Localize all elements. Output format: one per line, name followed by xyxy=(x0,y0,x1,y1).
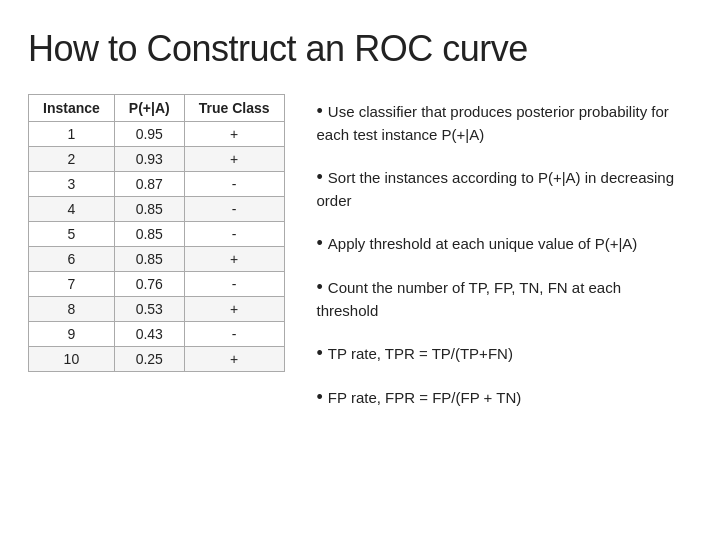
bullet-item-3: Count the number of TP, FP, TN, FN at ea… xyxy=(317,274,684,322)
table-cell-2-1: 0.87 xyxy=(114,172,184,197)
table-wrapper: Instance P(+|A) True Class 10.95+20.93+3… xyxy=(28,94,285,372)
table-row: 80.53+ xyxy=(29,297,285,322)
table-cell-8-0: 9 xyxy=(29,322,115,347)
table-row: 30.87- xyxy=(29,172,285,197)
table-cell-8-2: - xyxy=(184,322,284,347)
table-cell-9-1: 0.25 xyxy=(114,347,184,372)
table-row: 70.76- xyxy=(29,272,285,297)
table-cell-4-2: - xyxy=(184,222,284,247)
table-cell-3-1: 0.85 xyxy=(114,197,184,222)
bullet-item-4: TP rate, TPR = TP/(TP+FN) xyxy=(317,340,684,366)
col-header-probability: P(+|A) xyxy=(114,95,184,122)
table-cell-2-0: 3 xyxy=(29,172,115,197)
bullet-item-5: FP rate, FPR = FP/(FP + TN) xyxy=(317,384,684,410)
table-row: 10.95+ xyxy=(29,122,285,147)
table-cell-3-2: - xyxy=(184,197,284,222)
table-cell-7-0: 8 xyxy=(29,297,115,322)
table-cell-4-1: 0.85 xyxy=(114,222,184,247)
table-cell-6-0: 7 xyxy=(29,272,115,297)
table-cell-0-2: + xyxy=(184,122,284,147)
page-title: How to Construct an ROC curve xyxy=(28,28,684,70)
table-cell-2-2: - xyxy=(184,172,284,197)
bullet-item-1: Sort the instances according to P(+|A) i… xyxy=(317,164,684,212)
table-cell-3-0: 4 xyxy=(29,197,115,222)
table-row: 90.43- xyxy=(29,322,285,347)
table-cell-5-0: 6 xyxy=(29,247,115,272)
bullet-item-2: Apply threshold at each unique value of … xyxy=(317,230,684,256)
table-cell-0-1: 0.95 xyxy=(114,122,184,147)
table-cell-1-0: 2 xyxy=(29,147,115,172)
col-header-instance: Instance xyxy=(29,95,115,122)
content-area: Instance P(+|A) True Class 10.95+20.93+3… xyxy=(28,94,684,512)
bullet-item-0: Use classifier that produces posterior p… xyxy=(317,98,684,146)
table-cell-8-1: 0.43 xyxy=(114,322,184,347)
table-cell-6-1: 0.76 xyxy=(114,272,184,297)
table-cell-1-1: 0.93 xyxy=(114,147,184,172)
table-row: 100.25+ xyxy=(29,347,285,372)
data-table: Instance P(+|A) True Class 10.95+20.93+3… xyxy=(28,94,285,372)
table-cell-1-2: + xyxy=(184,147,284,172)
table-cell-5-1: 0.85 xyxy=(114,247,184,272)
table-cell-4-0: 5 xyxy=(29,222,115,247)
table-cell-7-2: + xyxy=(184,297,284,322)
table-cell-6-2: - xyxy=(184,272,284,297)
table-cell-5-2: + xyxy=(184,247,284,272)
table-row: 60.85+ xyxy=(29,247,285,272)
table-row: 50.85- xyxy=(29,222,285,247)
bullets-panel: Use classifier that produces posterior p… xyxy=(317,94,684,410)
table-cell-0-0: 1 xyxy=(29,122,115,147)
table-row: 40.85- xyxy=(29,197,285,222)
table-cell-9-0: 10 xyxy=(29,347,115,372)
table-row: 20.93+ xyxy=(29,147,285,172)
col-header-true-class: True Class xyxy=(184,95,284,122)
table-cell-7-1: 0.53 xyxy=(114,297,184,322)
page: How to Construct an ROC curve Instance P… xyxy=(0,0,720,540)
table-cell-9-2: + xyxy=(184,347,284,372)
